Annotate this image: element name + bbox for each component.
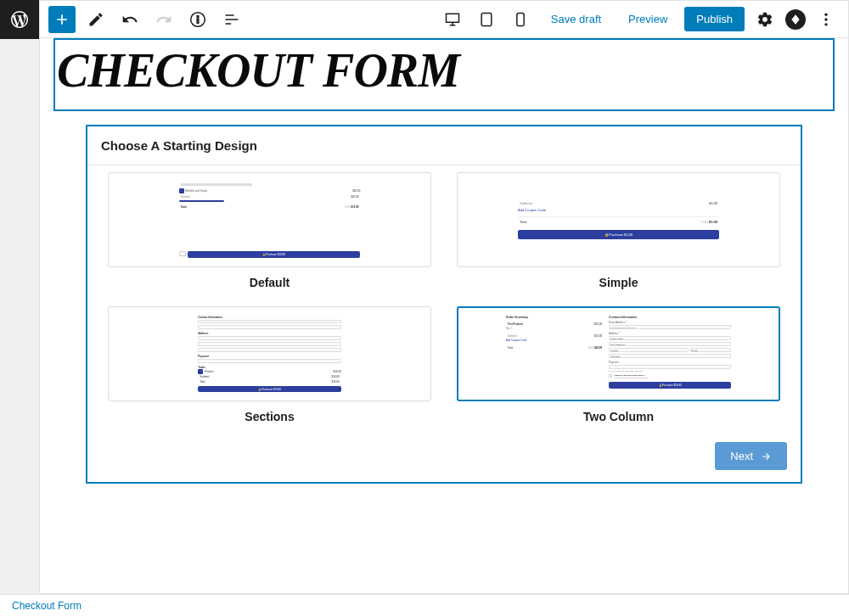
- design-preview-sections: Contact Information Address Payment Tota…: [108, 306, 431, 401]
- redo-icon: [155, 11, 172, 28]
- next-button[interactable]: Next: [715, 442, 787, 470]
- design-option-label: Two Column: [583, 410, 654, 423]
- preview-desktop-button[interactable]: [439, 6, 466, 33]
- page-title-block[interactable]: CHECKOUT FORM: [53, 38, 835, 111]
- arrow-right-icon: [760, 451, 772, 462]
- design-preview-two-column: Order Summary Test Product$24.00 Qty: 1 …: [457, 306, 780, 401]
- design-option-label: Simple: [599, 276, 638, 289]
- settings-button[interactable]: [751, 6, 779, 33]
- editor-canvas: CHECKOUT FORM Choose A Starting Design M…: [40, 38, 848, 593]
- info-icon: [189, 11, 206, 28]
- more-options-button[interactable]: [812, 6, 840, 33]
- design-picker-heading: Choose A Starting Design: [87, 126, 801, 165]
- wordpress-logo[interactable]: [0, 0, 39, 39]
- desktop-icon: [444, 11, 461, 28]
- tools-button[interactable]: [82, 6, 110, 33]
- edit-icon: [87, 11, 104, 28]
- outline-button[interactable]: [218, 6, 245, 33]
- undo-icon: [121, 11, 138, 28]
- svg-point-2: [824, 13, 827, 15]
- brand-icon: [790, 14, 801, 25]
- svg-rect-0: [481, 13, 492, 25]
- redo-button: [150, 6, 177, 33]
- design-option-two-column[interactable]: Order Summary Test Product$24.00 Qty: 1 …: [457, 306, 780, 423]
- design-option-sections[interactable]: Contact Information Address Payment Tota…: [108, 306, 431, 423]
- preview-button[interactable]: Preview: [618, 8, 678, 31]
- plugin-logo[interactable]: [785, 9, 806, 30]
- design-option-default[interactable]: Monthly and Yearly$10.00 Subtotal$10.00 …: [108, 172, 431, 289]
- design-option-label: Sections: [245, 410, 294, 423]
- mobile-icon: [512, 11, 529, 28]
- preview-mobile-button[interactable]: [507, 6, 534, 33]
- tablet-icon: [478, 11, 495, 28]
- design-option-label: Default: [250, 276, 290, 289]
- page-title: CHECKOUT FORM: [55, 47, 833, 94]
- list-icon: [223, 11, 240, 28]
- wordpress-icon: [9, 9, 30, 30]
- more-vertical-icon: [818, 11, 835, 28]
- editor-toolbar: Save draft Preview Publish: [40, 1, 848, 38]
- svg-point-3: [824, 18, 827, 20]
- design-preview-simple: Subtotal$1.00 Add Coupon Code TotalUSD $…: [457, 172, 780, 267]
- save-draft-button[interactable]: Save draft: [541, 8, 611, 31]
- design-picker-block: Choose A Starting Design Monthly and Yea…: [86, 125, 802, 484]
- publish-button[interactable]: Publish: [684, 7, 745, 31]
- block-breadcrumb-bar: Checkout Form: [0, 594, 849, 616]
- add-block-button[interactable]: [48, 6, 76, 33]
- details-button[interactable]: [184, 6, 211, 33]
- block-breadcrumb[interactable]: Checkout Form: [12, 600, 82, 612]
- design-preview-default: Monthly and Yearly$10.00 Subtotal$10.00 …: [108, 172, 431, 267]
- preview-tablet-button[interactable]: [473, 6, 500, 33]
- undo-button[interactable]: [116, 6, 143, 33]
- gear-icon: [756, 11, 773, 28]
- design-option-simple[interactable]: Subtotal$1.00 Add Coupon Code TotalUSD $…: [457, 172, 780, 289]
- plus-icon: [53, 11, 70, 28]
- next-button-label: Next: [730, 450, 753, 462]
- svg-rect-1: [517, 13, 524, 25]
- svg-point-4: [824, 23, 827, 25]
